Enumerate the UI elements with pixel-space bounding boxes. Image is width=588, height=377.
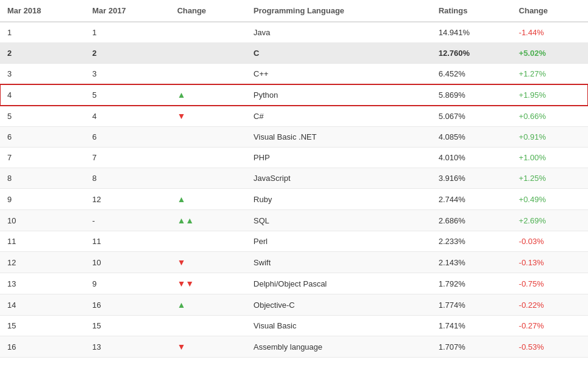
cell-change-icon: ▼	[170, 252, 246, 273]
cell-change-value: +0.91%	[512, 127, 588, 148]
column-header-mar-2018: Mar 2018	[0, 0, 85, 22]
table-row: 45▲Python5.869%+1.95%	[0, 84, 588, 106]
cell-mar2017: 2	[85, 43, 170, 64]
cell-mar2018: 8	[0, 168, 85, 189]
cell-ratings: 12.760%	[431, 43, 512, 64]
cell-mar2017: 5	[85, 84, 170, 106]
table-row: 88JavaScript3.916%+1.25%	[0, 168, 588, 189]
cell-mar2017: 6	[85, 127, 170, 148]
cell-change-icon: ▲	[170, 189, 246, 210]
cell-change-value: +1.00%	[512, 148, 588, 168]
cell-change-value: -0.13%	[512, 252, 588, 273]
up-arrow-icon: ▲	[177, 194, 186, 204]
cell-ratings: 4.010%	[431, 148, 512, 168]
cell-mar2018: 13	[0, 273, 85, 294]
cell-language: Ruby	[246, 189, 431, 210]
cell-change-icon	[170, 64, 246, 84]
cell-ratings: 2.143%	[431, 252, 512, 273]
cell-mar2018: 15	[0, 316, 85, 336]
cell-change-value: +0.66%	[512, 106, 588, 127]
cell-ratings: 3.916%	[431, 168, 512, 189]
cell-ratings: 2.686%	[431, 210, 512, 231]
cell-change-icon: ▼	[170, 336, 246, 358]
cell-mar2017: 11	[85, 231, 170, 252]
column-header-change: Change	[170, 0, 246, 22]
cell-language: Python	[246, 84, 431, 106]
cell-language: PHP	[246, 148, 431, 168]
cell-mar2017: 4	[85, 106, 170, 127]
cell-mar2018: 1	[0, 22, 85, 43]
cell-language: Objective-C	[246, 294, 431, 316]
rankings-table: Mar 2018Mar 2017ChangeProgramming Langua…	[0, 0, 588, 358]
cell-language: Java	[246, 22, 431, 43]
table-row: 66Visual Basic .NET4.085%+0.91%	[0, 127, 588, 148]
table-header-row: Mar 2018Mar 2017ChangeProgramming Langua…	[0, 0, 588, 22]
cell-mar2017: 13	[85, 336, 170, 358]
cell-ratings: 1.707%	[431, 336, 512, 358]
table-row: 11Java14.941%-1.44%	[0, 22, 588, 43]
cell-change-icon: ▼▼	[170, 273, 246, 294]
cell-change-icon	[170, 148, 246, 168]
cell-change-value: +1.95%	[512, 84, 588, 106]
table-row: 1515Visual Basic1.741%-0.27%	[0, 316, 588, 336]
cell-language: Visual Basic .NET	[246, 127, 431, 148]
cell-change-value: +1.25%	[512, 168, 588, 189]
cell-ratings: 2.233%	[431, 231, 512, 252]
table-row: 139▼▼Delphi/Object Pascal1.792%-0.75%	[0, 273, 588, 294]
table-row: 33C++6.452%+1.27%	[0, 64, 588, 84]
up-arrow-icon: ▲	[177, 300, 186, 310]
cell-change-icon	[170, 127, 246, 148]
cell-change-value: +0.49%	[512, 189, 588, 210]
cell-ratings: 1.741%	[431, 316, 512, 336]
cell-change-value: -0.03%	[512, 231, 588, 252]
table-row: 1416▲Objective-C1.774%-0.22%	[0, 294, 588, 316]
cell-mar2017: 1	[85, 22, 170, 43]
cell-change-value: +5.02%	[512, 43, 588, 64]
cell-change-icon	[170, 168, 246, 189]
down-arrow-icon: ▼	[177, 111, 186, 121]
cell-mar2018: 16	[0, 336, 85, 358]
cell-change-icon: ▼	[170, 106, 246, 127]
table-row: 54▼C#5.067%+0.66%	[0, 106, 588, 127]
column-header-mar-2017: Mar 2017	[85, 0, 170, 22]
cell-mar2017: 8	[85, 168, 170, 189]
cell-change-value: +1.27%	[512, 64, 588, 84]
cell-change-icon	[170, 43, 246, 64]
cell-mar2017: 9	[85, 273, 170, 294]
table-row: 22C12.760%+5.02%	[0, 43, 588, 64]
cell-change-value: -0.75%	[512, 273, 588, 294]
down-arrow-icon: ▼	[177, 257, 186, 267]
table-row: 1111Perl2.233%-0.03%	[0, 231, 588, 252]
double-down-arrow-icon: ▼▼	[177, 279, 194, 288]
cell-ratings: 6.452%	[431, 64, 512, 84]
cell-mar2018: 12	[0, 252, 85, 273]
cell-change-icon	[170, 231, 246, 252]
cell-ratings: 5.869%	[431, 84, 512, 106]
cell-change-icon	[170, 316, 246, 336]
cell-mar2017: 10	[85, 252, 170, 273]
cell-ratings: 1.792%	[431, 273, 512, 294]
table-row: 77PHP4.010%+1.00%	[0, 148, 588, 168]
double-up-arrow-icon: ▲▲	[177, 216, 194, 225]
cell-ratings: 14.941%	[431, 22, 512, 43]
cell-language: Perl	[246, 231, 431, 252]
cell-mar2018: 14	[0, 294, 85, 316]
cell-language: Swift	[246, 252, 431, 273]
cell-mar2017: 3	[85, 64, 170, 84]
cell-mar2018: 10	[0, 210, 85, 231]
cell-change-value: -0.27%	[512, 316, 588, 336]
cell-change-icon: ▲▲	[170, 210, 246, 231]
table-row: 1210▼Swift2.143%-0.13%	[0, 252, 588, 273]
cell-mar2018: 4	[0, 84, 85, 106]
cell-language: C++	[246, 64, 431, 84]
table-row: 1613▼Assembly language1.707%-0.53%	[0, 336, 588, 358]
cell-ratings: 5.067%	[431, 106, 512, 127]
table-row: 912▲Ruby2.744%+0.49%	[0, 189, 588, 210]
cell-language: Visual Basic	[246, 316, 431, 336]
cell-language: Delphi/Object Pascal	[246, 273, 431, 294]
cell-mar2017: 15	[85, 316, 170, 336]
cell-language: JavaScript	[246, 168, 431, 189]
cell-mar2017: 7	[85, 148, 170, 168]
column-header-programming-language: Programming Language	[246, 0, 431, 22]
cell-change-icon: ▲	[170, 84, 246, 106]
